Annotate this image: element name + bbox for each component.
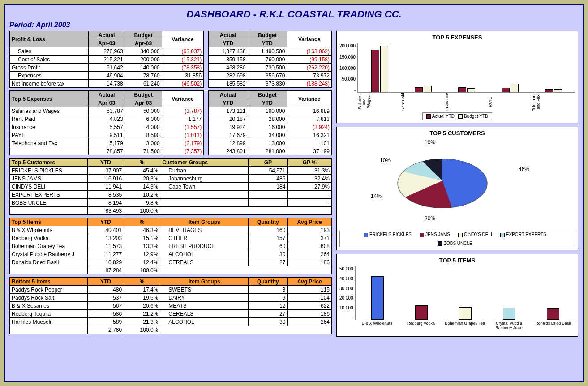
table-row: Redberg Tequila58621.2% CEREALS27186 [10,310,332,318]
table-row: Hankles Mueseli58921.3% ALCOHOL30264 [10,318,332,326]
top5-items-chart: TOP 5 ITEMS 50,00040,00030,00020,00010,0… [336,254,578,337]
period-label: Period: April 2003 [9,21,579,29]
table-row: Salaries and Wages 53,787 50,000 (3,787)… [10,107,332,115]
table-row: Insurance 5,557 4,000 (1,557) 19,924 16,… [10,123,332,131]
profit-loss-table: Profit & Loss Actual Budget Variance Act… [9,31,332,88]
pie-chart [392,159,493,208]
pl-h1a: Actual [88,31,125,39]
chart2-legend: FRICKELS PICKLESJENS JAMSCINDYS DELIEXPO… [339,231,575,247]
table-row: FRICKELS PICKLES37,90745.4% Durban54,571… [10,167,332,175]
total-row: 78,85771,500 (7,357) 243,801281,000 37,1… [10,147,332,155]
table-row: B & X Sesames56720.6% MEATS12622 [10,302,332,310]
table-row: Net Income before tax 14,738 61,240 (46,… [10,80,332,88]
table-row: EXPORT EXPERTS8,53510.2% -- [10,191,332,199]
pl-h3: Variance [162,31,204,47]
top5-expenses-chart: TOP 5 EXPENSES 200,000150,000100,00050,0… [336,31,578,123]
pl-h5a: Budget [248,31,287,39]
table-row: CINDYS DELI11,94114.3% Cape Town18427.9% [10,183,332,191]
pl-h1b: Apr-03 [88,39,125,47]
table-row: Telephone and Fax 5,179 3,000 (2,179) 12… [10,139,332,147]
dashboard-sheet: DASHBOARD - R.K.L COASTAL TRADING CC. Pe… [4,4,584,382]
chart1-legend: Actual YTD Budget YTD [422,112,493,120]
table-row: Gross Profit 61,642 140,000 (78,358) 468… [10,64,332,72]
table-row: Expenses 46,904 78,760 31,856 282,698 35… [10,72,332,80]
page-title: DASHBOARD - R.K.L COASTAL TRADING CC. [9,9,579,20]
table-row: Paddys Rock Salt53719.5% DAIRY9104 [10,294,332,302]
pl-h6: Variance [287,31,332,47]
table-row: JENS JAMS16,91620.3% Johannesburg48632.4… [10,175,332,183]
top5-customers-chart: TOP 5 CUSTOMERS 46% 20% 14% 10% 10% FRIC… [336,127,578,250]
table-row: Crystal Puddle Ranberry J11,27712.9% ALC… [10,250,332,258]
top5-items-table: Top 5 Items YTD % Item Groups Quantity A… [9,218,332,274]
total-row: 2,760100.0% [10,326,332,334]
table-row: B & X Wholenuts40,40146.3% BEVERAGES1601… [10,226,332,234]
pl-h2b: Apr-03 [125,39,162,47]
pl-h5b: YTD [248,39,287,47]
table-row: Sales 276,963 340,000 (63,037) 1,327,438… [10,47,332,56]
pl-h0: Profit & Loss [10,31,89,47]
table-row: Paddys Rock Pepper48017.4% SWEETS3115 [10,286,332,294]
table-row: Rent Paid 4,823 6,000 1,177 20,187 28,00… [10,115,332,123]
pl-h2a: Budget [125,31,162,39]
table-row: PAYE 9,511 8,500 (1,011) 17,679 34,000 1… [10,131,332,139]
table-row: Ronalds Dried Basil10,82912.4% CEREALS27… [10,258,332,266]
top5-customers-table: Top 5 Customers YTD % Customer Groups GP… [9,158,332,215]
bottom5-items-table: Bottom 5 Items YTD % Item Groups Quantit… [9,277,332,334]
table-row: Cost of Sales 215,321 200,000 (15,321) 8… [10,56,332,64]
exp-h0: Top 5 Expenses [10,91,89,107]
top5-expenses-table: Top 5 Expenses Actual Budget Variance Ac… [9,90,332,155]
pl-h4a: Actual [208,31,248,39]
total-row: 87,284100.0% [10,266,332,274]
table-row: Bohemian Grapey Tea11,57313.3% FRESH PRO… [10,242,332,250]
total-row: 83,493100.0% [10,207,332,215]
pl-h4b: YTD [208,39,248,47]
table-row: BOBS UNCLE8,1949.8% -- [10,199,332,207]
table-row: Redberg Vodka13,20315.1% OTHER157371 [10,234,332,242]
